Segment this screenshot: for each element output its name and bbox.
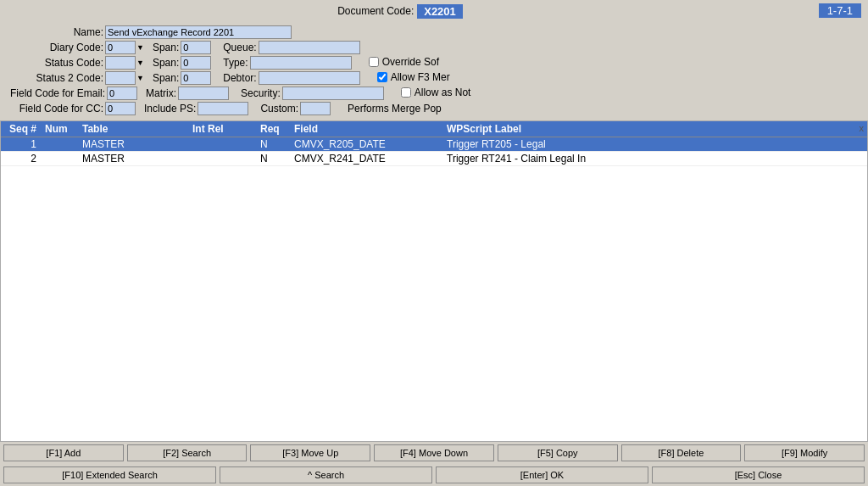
f1-add-button[interactable]: [F1] Add <box>3 444 124 461</box>
checkboxes-right2: Allow F3 Mer <box>377 71 450 85</box>
span2-input[interactable] <box>181 56 211 70</box>
type-label: Type: <box>223 57 248 69</box>
col-header-table: Table <box>79 123 189 135</box>
table-data-area: 1 MASTER N CMVX_R205_DATE Trigger RT205 … <box>1 137 867 166</box>
override-sof-row: Override Sof <box>369 56 439 68</box>
row1-req: N <box>257 138 291 150</box>
row2-seq: 2 <box>1 153 42 165</box>
row2-wpscript: Trigger RT241 - Claim Legal In <box>443 153 867 165</box>
row2-intrel <box>189 153 257 165</box>
field-cc-row: Field Code for CC: Include PS: Custom: P… <box>10 102 858 115</box>
doc-code-value: X2201 <box>417 4 463 19</box>
span1-input[interactable] <box>181 41 211 54</box>
status-row: Status Code: ▼ Span: Type: Override Sof <box>10 56 858 70</box>
status-code-label: Status Code: <box>10 57 103 69</box>
span1-label: Span: <box>153 42 179 53</box>
title-bar: Document Code: X2201 1-7-1 <box>0 0 868 22</box>
row2-field: CMVX_R241_DATE <box>291 153 443 165</box>
row2-req: N <box>257 153 291 165</box>
col-header-seq: Seq # <box>1 123 42 135</box>
f3-move-up-button[interactable]: [F3] Move Up <box>250 444 370 461</box>
col-header-req: Req <box>257 123 291 135</box>
debtor-input[interactable] <box>259 71 360 85</box>
col-header-num: Num <box>42 123 79 135</box>
allow-f3-label: Allow F3 Mer <box>391 71 450 83</box>
allow-f3-row: Allow F3 Mer <box>377 71 450 83</box>
name-input[interactable] <box>105 25 292 39</box>
status-code-input[interactable] <box>105 56 136 70</box>
field-cc-label: Field Code for CC: <box>10 103 103 115</box>
allow-as-not-checkbox[interactable] <box>401 87 411 98</box>
security-label: Security: <box>241 87 281 99</box>
row2-table: MASTER <box>79 153 189 165</box>
matrix-label: Matrix: <box>146 87 176 99</box>
close-table-icon[interactable]: x <box>860 123 865 133</box>
field-email-row: Field Code for Email: Matrix: Security: … <box>10 87 858 100</box>
f10-extended-search-button[interactable]: [F10] Extended Search <box>3 466 216 483</box>
corner-code: 1-7-1 <box>819 3 861 18</box>
table-header: Seq # Num Table Int Rel Req Field WPScri… <box>1 121 867 137</box>
table-row[interactable]: 1 MASTER N CMVX_R205_DATE Trigger RT205 … <box>1 137 867 152</box>
title-label: Document Code: <box>337 5 414 17</box>
name-label: Name: <box>10 26 103 38</box>
queue-input[interactable] <box>259 41 360 54</box>
performs-label: Performs Merge Pop <box>348 103 442 115</box>
status2-code-label: Status 2 Code: <box>10 72 103 84</box>
checkboxes-right3: Allow as Not <box>401 87 471 100</box>
esc-close-button[interactable]: [Esc] Close <box>652 466 865 483</box>
allow-as-not-label: Allow as Not <box>415 87 471 98</box>
f9-modify-button[interactable]: [F9] Modify <box>744 444 865 461</box>
queue-label: Queue: <box>223 42 256 53</box>
span2-label: Span: <box>153 57 179 69</box>
enter-ok-button[interactable]: [Enter] OK <box>436 466 648 483</box>
override-sof-checkbox[interactable] <box>369 57 379 67</box>
custom-label: Custom: <box>260 103 298 115</box>
name-row: Name: <box>10 25 858 39</box>
caret-search-button[interactable]: ^ Search <box>220 466 432 483</box>
diary-code-input[interactable] <box>105 41 136 54</box>
diary-dropdown-icon[interactable]: ▼ <box>136 43 144 52</box>
f2-search-button[interactable]: [F2] Search <box>127 444 248 461</box>
f4-move-down-button[interactable]: [F4] Move Down <box>374 444 494 461</box>
debtor-label: Debtor: <box>223 72 256 84</box>
row1-wpscript: Trigger RT205 - Legal <box>443 138 867 150</box>
row1-seq: 1 <box>1 138 42 150</box>
row1-field: CMVX_R205_DATE <box>291 138 443 150</box>
main-container: Document Code: X2201 1-7-1 Name: Diary C… <box>0 0 868 486</box>
field-cc-input[interactable] <box>105 102 136 115</box>
allow-f3-checkbox[interactable] <box>377 72 387 82</box>
include-ps-label: Include PS: <box>144 103 196 115</box>
col-header-field: Field <box>291 123 443 135</box>
override-sof-label: Override Sof <box>382 56 439 68</box>
include-ps-input[interactable] <box>198 102 248 115</box>
span3-input[interactable] <box>181 71 211 85</box>
field-email-label: Field Code for Email: <box>10 87 105 99</box>
button-bar-row2: [F10] Extended Search ^ Search [Enter] O… <box>0 464 868 486</box>
status-dropdown-icon[interactable]: ▼ <box>136 59 144 67</box>
col-header-intrel: Int Rel <box>189 123 257 135</box>
diary-code-label: Diary Code: <box>10 42 103 53</box>
allow-as-not-row: Allow as Not <box>401 87 471 98</box>
status2-dropdown-icon[interactable]: ▼ <box>136 74 144 82</box>
col-header-wpscript: WPScript Label <box>443 123 867 135</box>
row1-num <box>42 138 79 150</box>
status2-code-input[interactable] <box>105 71 136 85</box>
field-email-input[interactable] <box>107 87 137 100</box>
f8-delete-button[interactable]: [F8] Delete <box>621 444 742 461</box>
row2-num <box>42 153 79 165</box>
security-input[interactable] <box>282 87 384 100</box>
diary-row: Diary Code: ▼ Span: Queue: <box>10 41 858 54</box>
type-input[interactable] <box>250 56 352 70</box>
f5-copy-button[interactable]: [F5] Copy <box>498 444 618 461</box>
matrix-input[interactable] <box>178 87 229 100</box>
button-bar-row1: [F1] Add [F2] Search [F3] Move Up [F4] M… <box>0 442 868 464</box>
span3-label: Span: <box>153 72 179 84</box>
form-area: Name: Diary Code: ▼ Span: Queue: Status … <box>0 22 868 120</box>
table-row[interactable]: 2 MASTER N CMVX_R241_DATE Trigger RT241 … <box>1 152 867 166</box>
row1-table: MASTER <box>79 138 189 150</box>
row1-intrel <box>189 138 257 150</box>
custom-input[interactable] <box>300 102 331 115</box>
checkboxes-right: Override Sof <box>369 56 439 70</box>
table-container: x Seq # Num Table Int Rel Req Field WPSc… <box>0 120 868 442</box>
status2-row: Status 2 Code: ▼ Span: Debtor: Allow F3 … <box>10 71 858 85</box>
